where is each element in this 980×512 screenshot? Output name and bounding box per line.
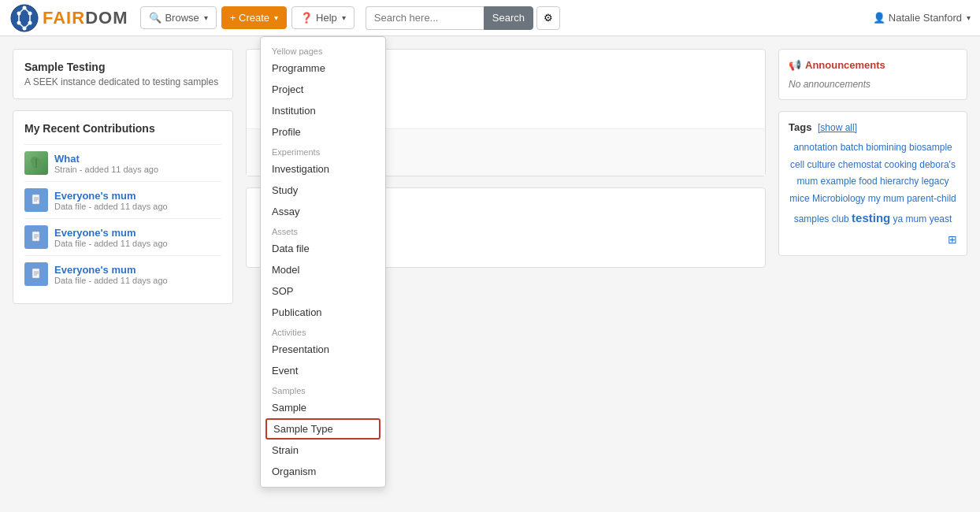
create-button[interactable]: + Create ▾ bbox=[221, 6, 287, 29]
help-icon: ❓ bbox=[300, 12, 313, 24]
menu-item-project[interactable]: Project bbox=[261, 79, 385, 100]
chevron-down-icon: ▾ bbox=[204, 13, 208, 22]
svg-point-3 bbox=[28, 11, 32, 15]
contrib-name-link[interactable]: What bbox=[54, 153, 80, 165]
menu-item-study[interactable]: Study bbox=[261, 180, 385, 201]
contrib-name-link[interactable]: Everyone's mum bbox=[54, 264, 136, 276]
tag-link[interactable]: mice bbox=[789, 193, 809, 204]
brand-logo[interactable]: FAIRDOM bbox=[9, 3, 128, 33]
contrib-sub-text: Data file - added 11 days ago bbox=[54, 202, 168, 211]
expand-icon: ⊞ bbox=[948, 233, 957, 246]
left-column: Sample Testing A SEEK instance dedicated… bbox=[13, 49, 233, 304]
brand-fair: FAIR bbox=[43, 8, 85, 28]
list-item: Everyone's mum Data file - added 11 days… bbox=[24, 181, 221, 218]
list-item: Everyone's mum Data file - added 11 days… bbox=[24, 255, 221, 292]
svg-point-5 bbox=[23, 26, 27, 30]
site-info-box: Sample Testing A SEEK instance dedicated… bbox=[13, 49, 233, 99]
chevron-down-icon: ▾ bbox=[342, 13, 346, 22]
svg-point-7 bbox=[17, 11, 21, 15]
create-dropdown-menu: Yellow pages Programme Project Instituti… bbox=[260, 36, 386, 317]
user-name-button[interactable]: Natalie Stanford ▾ bbox=[889, 12, 971, 24]
search-input[interactable] bbox=[366, 6, 484, 30]
tag-link[interactable]: annotation bbox=[793, 142, 837, 153]
contrib-text: Everyone's mum Data file - added 11 days… bbox=[54, 227, 168, 248]
chevron-down-icon: ▾ bbox=[967, 13, 971, 22]
contrib-sub-text: Data file - added 11 days ago bbox=[54, 276, 168, 285]
tag-link[interactable]: samples bbox=[794, 213, 830, 224]
file-svg bbox=[30, 268, 43, 280]
contrib-name-link[interactable]: Everyone's mum bbox=[54, 190, 136, 202]
recent-contributions-heading: My Recent Contributions bbox=[24, 122, 221, 135]
tag-link[interactable]: testing bbox=[852, 211, 890, 224]
tag-link[interactable]: parent-child bbox=[907, 193, 956, 204]
yellow-pages-section-label: Yellow pages bbox=[261, 42, 385, 58]
list-item: What Strain - added 11 days ago bbox=[24, 144, 221, 181]
menu-item-model[interactable]: Model bbox=[261, 259, 385, 280]
browse-button[interactable]: 🔍 Browse ▾ bbox=[140, 6, 216, 29]
tag-link[interactable]: Microbiology bbox=[812, 193, 865, 204]
settings-button[interactable]: ⚙ bbox=[536, 6, 560, 30]
menu-item-institution[interactable]: Institution bbox=[261, 100, 385, 121]
search-icon: 🔍 bbox=[149, 12, 161, 24]
svg-point-4 bbox=[28, 20, 32, 24]
menu-item-programme[interactable]: Programme bbox=[261, 58, 385, 79]
file-svg bbox=[30, 231, 43, 243]
announcements-box: 📢 Announcements No announcements bbox=[778, 49, 967, 100]
recent-contributions-box: My Recent Contributions What Strain - ad… bbox=[13, 110, 233, 304]
experiments-section-label: Experiments bbox=[261, 143, 385, 158]
navbar: FAIRDOM 🔍 Browse ▾ + Create ▾ ❓ Help ▾ S… bbox=[0, 0, 980, 36]
menu-item-publication[interactable]: Publication bbox=[261, 302, 385, 317]
tag-link[interactable]: hierarchy bbox=[880, 176, 919, 187]
chevron-down-icon: ▾ bbox=[274, 13, 278, 22]
site-description: A SEEK instance dedicated to testing sam… bbox=[24, 76, 221, 87]
list-item: Everyone's mum Data file - added 11 days… bbox=[24, 218, 221, 255]
contrib-text: What Strain - added 11 days ago bbox=[54, 153, 158, 174]
tag-link[interactable]: legacy bbox=[922, 176, 949, 187]
tag-link[interactable]: club bbox=[832, 213, 849, 224]
file-icon bbox=[24, 225, 48, 249]
tag-link[interactable]: culture bbox=[807, 159, 835, 170]
strain-icon bbox=[24, 151, 48, 175]
tag-link[interactable]: food bbox=[859, 176, 877, 187]
tag-link[interactable]: example bbox=[821, 176, 856, 187]
tag-link[interactable]: batch bbox=[841, 142, 863, 153]
tag-link[interactable]: ya mum bbox=[893, 213, 927, 224]
contrib-sub-text: Strain - added 11 days ago bbox=[54, 165, 158, 174]
tag-link[interactable]: cooking bbox=[885, 159, 917, 170]
tags-heading: Tags [show all] bbox=[789, 121, 957, 133]
user-icon: 👤 bbox=[873, 12, 885, 24]
menu-item-profile[interactable]: Profile bbox=[261, 121, 385, 143]
gear-icon: ⚙ bbox=[544, 12, 553, 24]
tags-box: Tags [show all] annotation batch biomini… bbox=[778, 111, 967, 256]
tag-link[interactable]: chemostat bbox=[838, 159, 882, 170]
assets-section-label: Assets bbox=[261, 222, 385, 238]
tag-link[interactable]: biomining bbox=[866, 142, 906, 153]
menu-item-investigation[interactable]: Investigation bbox=[261, 158, 385, 180]
rss-icon: 📢 bbox=[789, 59, 801, 71]
user-menu: 👤 Natalie Stanford ▾ bbox=[873, 12, 971, 24]
help-button[interactable]: ❓ Help ▾ bbox=[291, 6, 355, 29]
search-button[interactable]: Search bbox=[484, 6, 533, 30]
menu-item-sop[interactable]: SOP bbox=[261, 280, 385, 302]
expand-tags-button[interactable]: ⊞ bbox=[789, 233, 957, 246]
menu-item-data-file[interactable]: Data file bbox=[261, 238, 385, 259]
fairdom-logo-icon bbox=[9, 3, 39, 33]
svg-point-2 bbox=[23, 6, 27, 9]
svg-point-6 bbox=[17, 20, 21, 24]
file-svg bbox=[30, 194, 43, 206]
menu-item-assay[interactable]: Assay bbox=[261, 201, 385, 222]
contrib-sub-text: Data file - added 11 days ago bbox=[54, 239, 168, 248]
contrib-text: Everyone's mum Data file - added 11 days… bbox=[54, 264, 168, 285]
tag-link[interactable]: biosample bbox=[909, 142, 952, 153]
contrib-name-link[interactable]: Everyone's mum bbox=[54, 227, 136, 239]
leaf-svg bbox=[30, 157, 43, 169]
tags-show-all-link[interactable]: [show all] bbox=[818, 122, 857, 133]
search-container: Search ⚙ bbox=[366, 6, 560, 30]
file-icon bbox=[24, 262, 48, 286]
no-announcements-text: No announcements bbox=[789, 79, 957, 90]
main-content: Sample Testing A SEEK instance dedicated… bbox=[0, 36, 980, 317]
tag-link[interactable]: my mum bbox=[868, 193, 904, 204]
tag-link[interactable]: cell bbox=[790, 159, 804, 170]
right-column: 📢 Announcements No announcements Tags [s… bbox=[778, 49, 967, 304]
tag-link[interactable]: yeast bbox=[930, 213, 952, 224]
